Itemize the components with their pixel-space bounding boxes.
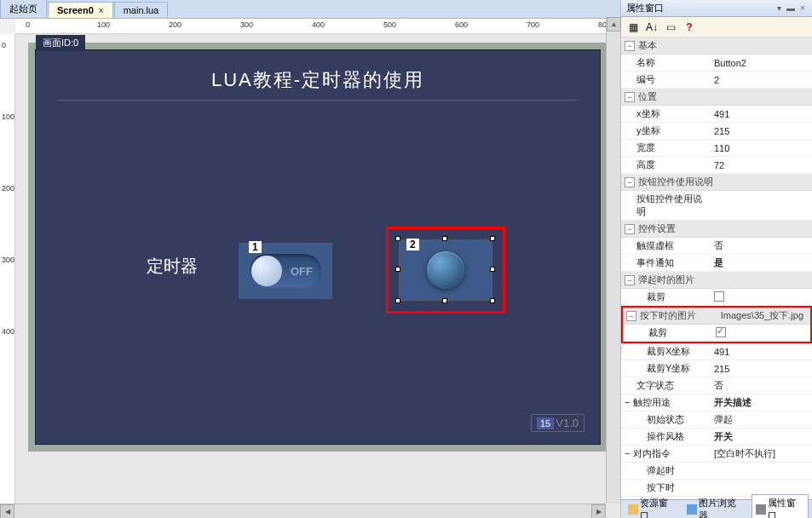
grid-icon	[756, 504, 766, 515]
prop-row: 文字状态否	[621, 377, 812, 394]
resize-handle[interactable]	[490, 298, 495, 303]
round-button-icon	[427, 251, 464, 289]
section-position[interactable]: −位置	[621, 89, 812, 106]
prop-row: −对内指令[空白时不执行]	[621, 446, 812, 463]
panel-title-text: 属性窗口	[626, 2, 664, 14]
prop-row: 编号2	[621, 72, 812, 89]
version-box: 15V1.0	[531, 414, 585, 432]
section-basic[interactable]: −基本	[621, 37, 812, 55]
prop-row: 触摸虚框否	[621, 238, 812, 255]
prop-row: y坐标215	[621, 123, 812, 140]
prop-row: x坐标491	[621, 106, 812, 123]
screen-preview[interactable]: 画面ID:0 LUA教程-定时器的使用 定时器 1 OFF 2	[35, 49, 601, 445]
tab-properties-window[interactable]: 属性窗口	[752, 494, 809, 519]
selection-highlight: 2	[386, 227, 505, 314]
checkbox-checked-icon	[716, 327, 726, 337]
prop-row: 高度72	[621, 157, 812, 174]
prop-row: 裁剪	[623, 325, 810, 342]
dropdown-icon[interactable]: ▾	[775, 3, 783, 13]
props-icon[interactable]: ▭	[662, 19, 679, 36]
resize-handle[interactable]	[442, 298, 447, 303]
help-icon[interactable]: ?	[681, 19, 698, 36]
button-control[interactable]: 2	[399, 239, 492, 301]
ruler-horizontal: 0 100 200 300 400 500 600 700 800	[15, 19, 620, 34]
section-press-image[interactable]: −按下时的图片Images\35_按下.jpg	[623, 308, 810, 325]
resize-handle[interactable]	[395, 236, 400, 241]
prop-row: 裁剪X坐标491	[621, 343, 812, 360]
section-control-settings[interactable]: −控件设置	[621, 221, 812, 238]
file-tabs: 起始页 Screen0× main.lua	[0, 0, 620, 19]
prop-row: −触控用途开关描述	[621, 394, 812, 412]
screen-title: LUA教程-定时器的使用	[36, 67, 600, 93]
resize-handle[interactable]	[395, 267, 400, 272]
prop-row: 按钮控件使用说明	[621, 191, 812, 221]
highlight-press-image: −按下时的图片Images\35_按下.jpg 裁剪	[621, 306, 812, 343]
prop-row: 裁剪Y坐标215	[621, 360, 812, 377]
section-popup-image[interactable]: −弹起时的图片	[621, 272, 812, 289]
image-icon	[687, 504, 697, 515]
prop-row: 操作风格开关	[621, 429, 812, 446]
tab-startpage[interactable]: 起始页	[0, 0, 47, 18]
resize-handle[interactable]	[490, 267, 495, 272]
sort-icon[interactable]: A↓	[643, 19, 660, 36]
folder-icon	[628, 504, 638, 515]
control-id-badge: 2	[406, 239, 419, 250]
control-id-badge: 1	[249, 241, 262, 253]
close-icon[interactable]: ×	[99, 6, 104, 15]
close-icon[interactable]: ×	[798, 3, 807, 13]
prop-row: 名称Button2	[621, 55, 812, 72]
tab-image-browser[interactable]: 图片浏览器	[683, 495, 748, 519]
scroll-up-icon[interactable]: ▲	[607, 17, 621, 32]
editor-pane: 起始页 Screen0× main.lua 0 100 200 300 400 …	[0, 0, 620, 518]
properties-panel: 属性窗口 ▾ ▬ × ▦ A↓ ▭ ? −基本 名称Button2 编号2 −位…	[620, 0, 812, 518]
prop-row: 宽度110	[621, 140, 812, 157]
resize-handle[interactable]	[490, 236, 495, 241]
scroll-right-icon[interactable]: ▶	[591, 504, 606, 518]
scrollbar-horizontal[interactable]: ◀ ▶	[0, 504, 606, 518]
scrollbar-vertical[interactable]: ▲	[606, 17, 620, 504]
props-toolbar: ▦ A↓ ▭ ?	[621, 17, 812, 37]
tab-screen0[interactable]: Screen0×	[48, 2, 113, 18]
scroll-left-icon[interactable]: ◀	[0, 504, 14, 518]
prop-row: 裁剪	[621, 289, 812, 306]
tab-resource-window[interactable]: 资源窗口	[625, 495, 680, 519]
toggle-control[interactable]: 1 OFF	[239, 243, 332, 299]
tab-mainlua[interactable]: main.lua	[114, 2, 169, 18]
resize-handle[interactable]	[395, 298, 400, 303]
ruler-vertical: 0 100 200 300 400	[0, 34, 15, 518]
property-grid[interactable]: −基本 名称Button2 编号2 −位置 x坐标491 y坐标215 宽度11…	[621, 37, 812, 499]
checkbox-icon	[714, 291, 724, 302]
divider	[58, 100, 577, 101]
screen-id-label: 画面ID:0	[36, 35, 85, 51]
panel-header: 属性窗口 ▾ ▬ ×	[621, 0, 812, 17]
canvas[interactable]: 画面ID:0 LUA教程-定时器的使用 定时器 1 OFF 2	[15, 34, 620, 518]
section-button-desc[interactable]: −按钮控件使用说明	[621, 174, 812, 191]
prop-row: 初始状态弹起	[621, 412, 812, 429]
toggle-off-label: OFF	[291, 265, 313, 278]
timer-label: 定时器	[147, 255, 198, 278]
pin-icon[interactable]: ▬	[786, 3, 795, 13]
toggle-knob	[251, 256, 282, 286]
prop-row: 弹起时	[621, 463, 812, 480]
panel-bottom-tabs: 资源窗口 图片浏览器 属性窗口	[621, 499, 812, 518]
categorize-icon[interactable]: ▦	[625, 19, 642, 36]
prop-row: 事件通知是	[621, 255, 812, 272]
resize-handle[interactable]	[442, 236, 447, 241]
